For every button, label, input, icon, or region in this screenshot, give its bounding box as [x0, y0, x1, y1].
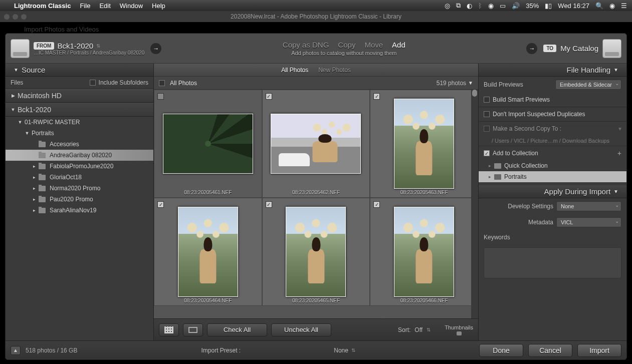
tab-copy-dng[interactable]: Copy as DNG	[283, 41, 329, 49]
menu-edit[interactable]: Edit	[99, 2, 110, 10]
folder-norma[interactable]: ▸ Norma2020 Promo	[6, 183, 153, 194]
select-all-checkbox[interactable]	[159, 80, 165, 86]
tab-all-photos[interactable]: All Photos	[281, 67, 308, 74]
bluetooth-icon[interactable]: ᛒ	[478, 2, 482, 10]
folder-portraits[interactable]: ▼ Portraits	[6, 128, 153, 139]
second-copy-checkbox[interactable]	[484, 126, 490, 132]
window-titlebar: 202008New.lrcat - Adobe Photoshop Lightr…	[0, 11, 632, 22]
thumbnail-cell[interactable]: ✓08:23:20205463.NEF	[370, 90, 478, 198]
thumbnail-checkbox[interactable]: ✓	[373, 93, 380, 100]
uncheck-all-button[interactable]: Uncheck All	[271, 323, 331, 336]
collection-quick[interactable]: ▸ Quick Collection	[479, 160, 626, 171]
slider-thumb-icon[interactable]	[457, 331, 462, 335]
siri-icon[interactable]: ◉	[609, 2, 615, 10]
thumbnail-cell[interactable]: ✓08:23:20205461.NEF	[154, 90, 262, 198]
display-icon[interactable]: ▭	[500, 2, 506, 10]
thumbnail-image[interactable]	[271, 114, 361, 174]
file-handling-header[interactable]: File Handling ▼	[479, 64, 626, 77]
skip-duplicates-checkbox[interactable]	[484, 111, 490, 117]
import-preset-value[interactable]: None	[334, 347, 348, 354]
menu-help[interactable]: Help	[152, 2, 165, 10]
window-traffic-lights[interactable]	[4, 14, 27, 20]
loupe-view-button[interactable]	[183, 323, 203, 336]
thumbnail-cell[interactable]: ✓08:23:20205462.NEF	[262, 90, 370, 198]
folder-fabiola[interactable]: ▸ FabiolaPromoJune2020	[6, 161, 153, 172]
check-all-button[interactable]: Check All	[207, 323, 267, 336]
triangle-down-icon[interactable]: ▼	[468, 80, 473, 86]
import-button[interactable]: Import	[577, 344, 621, 357]
tab-move[interactable]: Move	[364, 41, 383, 49]
folder-pau[interactable]: ▸ Pau2020 Promo	[6, 194, 153, 205]
keywords-input[interactable]	[484, 247, 621, 278]
chevron-updown-icon[interactable]: ⇅	[351, 347, 355, 353]
volume-icon[interactable]: 🔊	[512, 2, 520, 10]
chevron-updown-icon[interactable]: ⇅	[427, 327, 431, 332]
thumbnail-grid-scroll[interactable]: ✓08:23:20205461.NEF✓08:23:20205462.NEF✓0…	[154, 90, 478, 318]
app-name[interactable]: Lightroom Classic	[14, 2, 71, 10]
build-previews-dropdown[interactable]: Embedded & Sidecar	[555, 80, 621, 90]
thumbnail-image[interactable]	[178, 207, 238, 297]
import-mode-subtitle: Add photos to catalog without moving the…	[167, 50, 520, 56]
thumbnail-checkbox[interactable]: ✓	[157, 201, 164, 208]
tab-new-photos[interactable]: New Photos	[318, 67, 351, 74]
thumbnail-image[interactable]	[394, 207, 454, 297]
thumbnail-checkbox[interactable]: ✓	[157, 93, 164, 100]
folder-rwpic-master[interactable]: ▼ 01-RWPIC MASTER	[6, 117, 153, 128]
cc-icon[interactable]: ◎	[445, 2, 450, 10]
folder-gloria[interactable]: ▸ GloriaOct18	[6, 172, 153, 183]
add-collection-label[interactable]: Add to Collection	[493, 150, 538, 157]
menu-file[interactable]: File	[80, 2, 90, 10]
develop-settings-dropdown[interactable]: None	[556, 201, 621, 211]
apply-during-import-header[interactable]: Apply During Import ▼	[479, 185, 626, 198]
build-smart-label[interactable]: Build Smart Previews	[493, 96, 550, 103]
sort-value[interactable]: Off	[414, 326, 423, 333]
thumbnail-checkbox[interactable]: ✓	[266, 93, 272, 100]
folder-accesories[interactable]: Accesories	[6, 139, 153, 150]
include-subfolders-checkbox[interactable]	[90, 80, 96, 86]
thumbnail-cell[interactable]: ✓08:23:20205465.NEF	[262, 198, 370, 306]
collection-portraits[interactable]: ▸ Portraits	[479, 171, 626, 182]
battery-icon[interactable]: ▮▯	[545, 2, 552, 10]
include-subfolders-label[interactable]: Include Subfolders	[99, 79, 148, 86]
folder-andreagaribay[interactable]: AndreaGaribay 082020	[6, 150, 153, 161]
thumbnail-size-control[interactable]: Thumbnails	[445, 324, 473, 335]
volume-macintosh-hd[interactable]: ▶ Macintosh HD	[6, 89, 153, 103]
dropbox-icon[interactable]: ⧉	[456, 2, 461, 10]
wifi-icon[interactable]: ◉	[488, 2, 494, 10]
from-section[interactable]: FROM Bck1-2020 ⇅ …IC MASTER / Portraits …	[11, 39, 144, 58]
cancel-button[interactable]: Cancel	[528, 344, 572, 357]
triangle-down-icon[interactable]: ▾	[618, 125, 621, 132]
thumbnail-image[interactable]	[286, 207, 346, 297]
triangle-right-icon: ▸	[32, 197, 37, 202]
skip-duplicates-label[interactable]: Don't Import Suspected Duplicates	[493, 111, 585, 118]
done-button[interactable]: Done	[479, 344, 523, 357]
thumbnail-image[interactable]	[163, 114, 253, 174]
source-header[interactable]: ▼ Source	[6, 64, 153, 77]
folder-sarah[interactable]: ▸ SarahAlinaNov19	[6, 205, 153, 216]
thumbnail-checkbox[interactable]: ✓	[373, 201, 380, 208]
add-collection-checkbox[interactable]: ✓	[484, 150, 490, 156]
expand-button[interactable]: ▲	[11, 346, 21, 355]
volume-bck1-2020[interactable]: ▼ Bck1-2020	[6, 103, 153, 117]
thumbnail-image[interactable]	[394, 99, 454, 189]
thumbnail-cell[interactable]: ✓08:23:20205466.NEF	[370, 198, 478, 306]
metadata-dropdown[interactable]: VICL	[556, 217, 621, 227]
notification-icon[interactable]: ☰	[621, 2, 627, 10]
build-smart-checkbox[interactable]	[484, 97, 490, 103]
vertical-scrollbar[interactable]	[471, 90, 478, 318]
tab-add[interactable]: Add	[392, 41, 405, 49]
tab-copy[interactable]: Copy	[338, 41, 355, 49]
sync-icon[interactable]: ◐	[467, 2, 472, 10]
clock[interactable]: Wed 16:27	[558, 2, 589, 10]
plus-icon[interactable]: +	[617, 149, 621, 157]
menu-window[interactable]: Window	[120, 2, 143, 10]
to-section[interactable]: TO My Catalog	[543, 39, 621, 58]
second-copy-label[interactable]: Make a Second Copy To :	[493, 125, 561, 132]
thumbnail-cell[interactable]: ✓08:23:20205464.NEF	[154, 198, 262, 306]
from-volume[interactable]: Bck1-2020	[57, 42, 93, 50]
spotlight-icon[interactable]: 🔍	[595, 2, 603, 10]
grid-view-button[interactable]	[159, 323, 179, 336]
files-label[interactable]: Files	[11, 79, 23, 86]
thumbnail-checkbox[interactable]: ✓	[266, 201, 272, 208]
chevron-updown-icon[interactable]: ⇅	[96, 43, 100, 49]
